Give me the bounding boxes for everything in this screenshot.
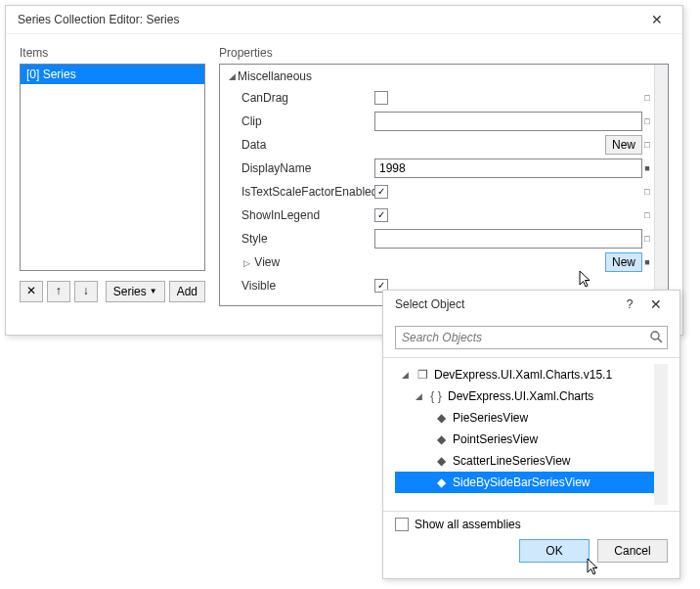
add-button[interactable]: Add — [169, 281, 205, 302]
type-dropdown-label: Series — [113, 282, 147, 301]
cancel-button[interactable]: Cancel — [597, 539, 668, 563]
show-all-checkbox[interactable] — [395, 518, 409, 531]
close-icon[interactable]: ✕ — [640, 296, 672, 312]
dialog-title: Series Collection Editor: Series — [18, 13, 179, 26]
dialog-buttons: OK Cancel — [395, 539, 668, 563]
svg-line-1 — [658, 339, 662, 342]
search-input[interactable] — [395, 326, 668, 349]
titlebar: Select Object ? ✕ — [383, 291, 679, 318]
list-item[interactable]: [0] Series — [21, 65, 204, 84]
items-label: Items — [20, 46, 205, 60]
displayname-input[interactable] — [374, 159, 642, 178]
items-toolbar: ✕ ↑ ↓ Series ▼ Add — [20, 281, 205, 302]
select-object-dialog: Select Object ? ✕ ◢ ❐ DevExpress.UI.Xaml… — [382, 290, 680, 579]
prop-istextscale: IsTextScaleFactorEnabled ✓ □ — [222, 180, 652, 204]
class-icon: ◆ — [434, 454, 448, 468]
expand-icon[interactable]: ▷ — [241, 258, 251, 268]
category-label: Miscellaneous — [238, 69, 312, 83]
close-icon[interactable]: ✕ — [641, 12, 673, 27]
scrollbar[interactable] — [654, 65, 668, 305]
istextscale-checkbox[interactable]: ✓ — [374, 185, 388, 199]
class-icon: ◆ — [434, 411, 448, 425]
showinlegend-checkbox[interactable]: ✓ — [374, 208, 388, 222]
prop-candrag: CanDrag □ — [222, 86, 652, 110]
data-new-button[interactable]: New — [605, 135, 642, 155]
tree-type[interactable]: ◆ PieSeriesView — [395, 407, 654, 429]
series-collection-editor-dialog: Series Collection Editor: Series ✕ Items… — [5, 5, 683, 336]
ok-button[interactable]: OK — [519, 539, 590, 563]
prop-displayname: DisplayName ■ — [222, 157, 652, 180]
clip-input[interactable] — [374, 112, 642, 131]
properties-label: Properties — [219, 46, 669, 60]
prop-view: ▷ View New ■ — [222, 250, 652, 274]
type-dropdown[interactable]: Series ▼ — [106, 281, 165, 302]
class-icon: ◆ — [434, 476, 448, 489]
svg-point-0 — [651, 332, 659, 340]
scrollbar[interactable] — [654, 364, 668, 505]
show-all-label: Show all assemblies — [415, 518, 521, 531]
items-panel: Items [0] Series ✕ ↑ ↓ Series ▼ Add — [20, 46, 205, 306]
prop-style: Style □ — [222, 227, 652, 250]
move-down-button[interactable]: ↓ — [74, 281, 98, 302]
tree-type[interactable]: ◆ PointSeriesView — [395, 429, 654, 450]
chevron-down-icon: ▼ — [150, 282, 157, 301]
tree-type-selected[interactable]: ◆ SideBySideBarSeriesView — [395, 472, 654, 493]
items-list[interactable]: [0] Series — [20, 64, 205, 271]
property-grid: ◢ Miscellaneous CanDrag □ Clip □ — [219, 64, 669, 306]
expand-icon[interactable]: ◢ — [413, 391, 424, 401]
help-icon[interactable]: ? — [619, 297, 640, 311]
move-up-button[interactable]: ↑ — [47, 281, 70, 302]
show-all-row: Show all assemblies — [395, 518, 668, 531]
prop-data: Data New □ — [222, 133, 652, 157]
assembly-icon: ❐ — [416, 368, 429, 382]
expand-icon[interactable]: ◢ — [226, 71, 238, 81]
class-icon: ◆ — [434, 432, 448, 446]
dialog-title: Select Object — [395, 297, 619, 311]
tree-assembly[interactable]: ◢ ❐ DevExpress.UI.Xaml.Charts.v15.1 — [395, 364, 654, 385]
style-input[interactable] — [374, 229, 642, 249]
titlebar: Series Collection Editor: Series ✕ — [6, 6, 682, 34]
search-row — [395, 326, 668, 349]
search-icon[interactable] — [650, 331, 663, 346]
delete-button[interactable]: ✕ — [20, 281, 43, 302]
prop-showinlegend: ShowInLegend ✓ □ — [222, 204, 652, 227]
tree-namespace[interactable]: ◢ { } DevExpress.UI.Xaml.Charts — [395, 385, 654, 407]
object-tree: ◢ ❐ DevExpress.UI.Xaml.Charts.v15.1 ◢ { … — [383, 357, 679, 512]
candrag-checkbox[interactable] — [374, 91, 388, 105]
view-new-button[interactable]: New — [605, 252, 642, 272]
category-row[interactable]: ◢ Miscellaneous — [222, 67, 652, 86]
namespace-icon: { } — [429, 389, 443, 403]
tree-type[interactable]: ◆ ScatterLineSeriesView — [395, 450, 654, 472]
expand-icon[interactable]: ◢ — [399, 370, 411, 380]
properties-panel: Properties ◢ Miscellaneous CanDrag □ Cli… — [219, 46, 669, 306]
prop-clip: Clip □ — [222, 110, 652, 133]
